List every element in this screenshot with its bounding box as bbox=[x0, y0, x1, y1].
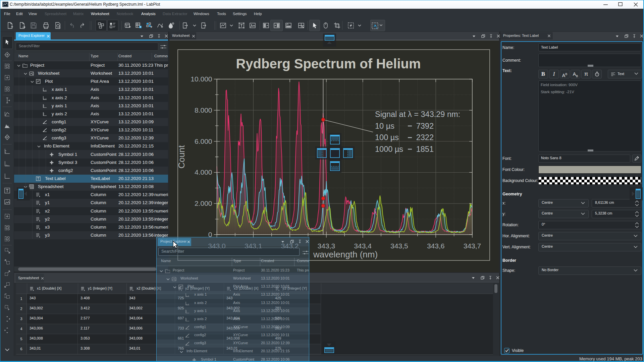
svg-text:343,4: 343,4 bbox=[354, 242, 372, 250]
svg-text:10.000: 10.000 bbox=[191, 75, 212, 83]
svg-text:343,5: 343,5 bbox=[390, 242, 408, 250]
svg-text:6.000: 6.000 bbox=[195, 137, 212, 145]
svg-text:Count: Count bbox=[176, 145, 186, 169]
svg-text:100 µs: 100 µs bbox=[375, 133, 399, 142]
svg-text:Rydberg Spectrum of Helium: Rydberg Spectrum of Helium bbox=[236, 56, 421, 71]
svg-text:8.000: 8.000 bbox=[195, 106, 212, 114]
svg-text:1851: 1851 bbox=[416, 145, 434, 154]
svg-text:Signal at λ = 343.29 nm:: Signal at λ = 343.29 nm: bbox=[375, 110, 460, 119]
svg-text:343,6: 343,6 bbox=[427, 242, 445, 250]
svg-text:10 µs: 10 µs bbox=[375, 122, 394, 130]
svg-text:2322: 2322 bbox=[416, 133, 434, 142]
svg-text:1000 µs: 1000 µs bbox=[375, 145, 403, 154]
svg-text:2.000: 2.000 bbox=[195, 199, 212, 207]
svg-text:343,3: 343,3 bbox=[318, 242, 335, 250]
svg-text:343,7: 343,7 bbox=[464, 242, 481, 250]
svg-text:4.000: 4.000 bbox=[195, 168, 212, 176]
svg-text:wavelength (nm): wavelength (nm) bbox=[313, 249, 378, 259]
svg-text:7392: 7392 bbox=[416, 122, 434, 130]
svg-text:1: 1 bbox=[376, 25, 377, 29]
